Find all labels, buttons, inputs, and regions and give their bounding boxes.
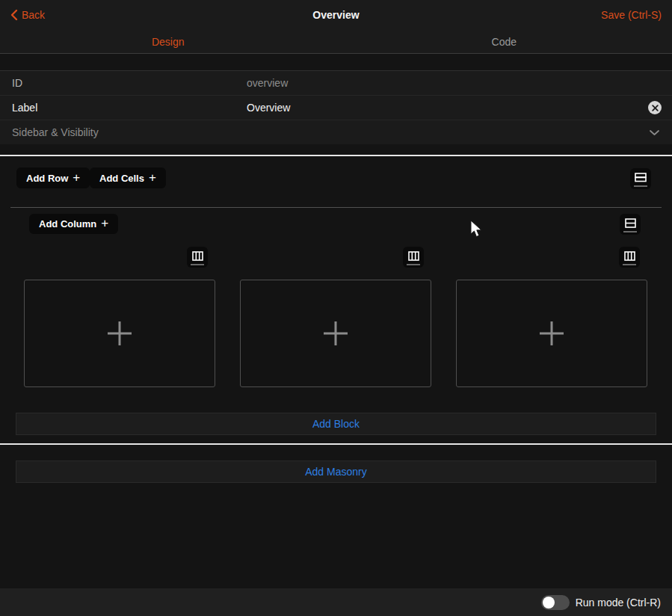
top-bar: Back Overview Save (Ctrl-S) — [0, 0, 672, 30]
empty-cell-add-target[interactable] — [24, 280, 215, 387]
add-cells-button[interactable]: Add Cells+ — [90, 167, 166, 188]
run-mode-label: Run mode (Ctrl-R) — [576, 597, 661, 609]
sidebar-visibility-label: Sidebar & Visibility — [12, 126, 99, 138]
tab-design[interactable]: Design — [0, 30, 336, 53]
section-divider — [0, 155, 672, 156]
form-row-sidebar-visibility[interactable]: Sidebar & Visibility — [0, 120, 672, 144]
add-block-label: Add Block — [312, 418, 360, 430]
column-layout-button[interactable] — [403, 247, 424, 268]
chevron-down-icon — [649, 126, 660, 138]
add-column-label: Add Column — [39, 218, 96, 230]
plus-glyph: + — [73, 171, 80, 184]
clear-label-button[interactable] — [648, 101, 662, 114]
add-masonry-button[interactable]: Add Masonry — [16, 461, 656, 483]
rows-stack-icon — [635, 173, 647, 182]
id-value: overview — [247, 77, 288, 89]
back-button[interactable]: Back — [10, 0, 45, 30]
section-divider — [0, 443, 672, 445]
columns-icon — [192, 251, 203, 261]
label-value-input[interactable]: Overview — [247, 102, 290, 114]
columns-icon — [624, 251, 635, 261]
save-button[interactable]: Save (Ctrl-S) — [601, 0, 662, 30]
plus-icon — [322, 320, 349, 347]
chevron-left-icon — [10, 9, 18, 21]
add-masonry-label: Add Masonry — [305, 466, 366, 478]
add-row-label: Add Row — [26, 173, 68, 184]
row-split-button[interactable] — [620, 214, 641, 235]
run-mode-toggle[interactable] — [541, 595, 570, 610]
plus-glyph: + — [149, 171, 156, 184]
column-layout-button[interactable] — [619, 247, 640, 268]
icon-underline — [634, 185, 647, 187]
add-column-button[interactable]: Add Column+ — [29, 214, 118, 234]
label-label: Label — [12, 102, 37, 114]
add-cells-label: Add Cells — [99, 173, 144, 184]
columns-icon — [408, 251, 419, 261]
icon-underline — [623, 231, 637, 232]
plus-icon — [106, 320, 133, 347]
close-icon — [652, 105, 659, 111]
column-layout-button[interactable] — [187, 247, 208, 268]
empty-cell-add-target[interactable] — [456, 280, 647, 387]
plus-glyph: + — [101, 217, 108, 230]
icon-underline — [407, 264, 420, 265]
tab-code[interactable]: Code — [336, 30, 672, 53]
id-label: ID — [12, 77, 22, 89]
icon-underline — [191, 264, 204, 265]
add-block-button[interactable]: Add Block — [16, 413, 656, 435]
empty-cell-add-target[interactable] — [240, 280, 431, 387]
mouse-cursor — [470, 220, 483, 238]
toggle-knob — [543, 597, 555, 609]
form-row-id[interactable]: ID overview — [0, 71, 672, 96]
row-container-border — [10, 207, 662, 208]
page-title: Overview — [0, 9, 672, 21]
tab-bar: Design Code — [0, 30, 672, 54]
form-row-label[interactable]: Label Overview — [0, 96, 672, 120]
add-row-button[interactable]: Add Row+ — [16, 167, 90, 188]
icon-underline — [623, 264, 636, 265]
plus-icon — [538, 320, 565, 347]
back-label: Back — [22, 9, 45, 21]
rows-stack-button[interactable] — [630, 168, 651, 189]
properties-form: ID overview Label Overview Sidebar & Vis… — [0, 70, 672, 144]
row-split-icon — [625, 218, 636, 228]
bottom-bar: Run mode (Ctrl-R) — [0, 588, 672, 616]
